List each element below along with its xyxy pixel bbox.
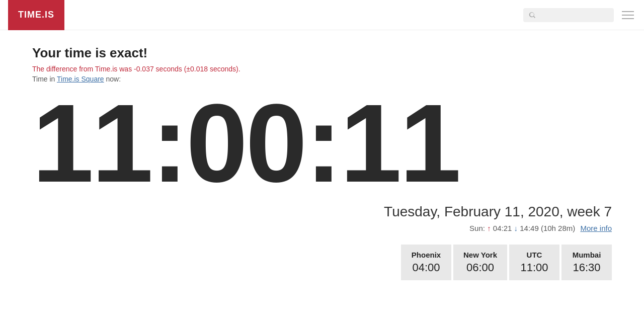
logo-text: TIME.IS: [18, 10, 54, 20]
logo[interactable]: TIME.IS: [8, 0, 64, 30]
clock-card-time: 06:00: [463, 261, 497, 274]
clock-card-time: 16:30: [572, 261, 602, 274]
clock-card-city: New York: [463, 251, 497, 259]
diff-text: The difference from Time.is was -0.037 s…: [32, 65, 612, 73]
sunset-arrow: ↓: [514, 224, 520, 232]
search-box[interactable]: [523, 8, 614, 22]
clock-card[interactable]: New York 06:00: [453, 245, 507, 280]
search-icon: [528, 11, 536, 19]
sunrise-arrow: ↑: [487, 224, 493, 232]
hamburger-menu[interactable]: [620, 9, 636, 21]
sun-label: Sun:: [469, 224, 485, 232]
clock-card-city: Phoenix: [411, 251, 441, 259]
exact-title: Your time is exact!: [32, 45, 612, 61]
clock-card-time: 04:00: [411, 261, 441, 274]
clock-card[interactable]: Mumbai 16:30: [561, 245, 612, 280]
sun-duration: (10h 28m): [541, 224, 575, 232]
clock-card-city: UTC: [519, 251, 549, 259]
more-info-link[interactable]: More info: [580, 224, 612, 232]
sunset-time: 14:49: [520, 224, 539, 232]
clock-display: 11:00:11: [32, 88, 612, 199]
clock-card[interactable]: Phoenix 04:00: [401, 245, 451, 280]
world-clocks: Phoenix 04:00 New York 06:00 UTC 11:00 M…: [32, 245, 612, 280]
search-input[interactable]: [539, 11, 609, 19]
clock-card[interactable]: UTC 11:00: [509, 245, 559, 280]
sunrise-time: 04:21: [493, 224, 512, 232]
header: TIME.IS: [0, 0, 644, 30]
header-right: [523, 8, 636, 22]
clock-card-city: Mumbai: [572, 251, 602, 259]
hamburger-line-3: [622, 18, 634, 19]
main-content: Your time is exact! The difference from …: [0, 30, 644, 300]
hamburger-line-1: [622, 11, 634, 12]
date-row: Tuesday, February 11, 2020, week 7: [32, 204, 612, 220]
clock-card-time: 11:00: [519, 261, 549, 274]
hamburger-line-2: [622, 15, 634, 16]
sun-row: Sun: ↑ 04:21 ↓ 14:49 (10h 28m) More info: [32, 224, 612, 232]
